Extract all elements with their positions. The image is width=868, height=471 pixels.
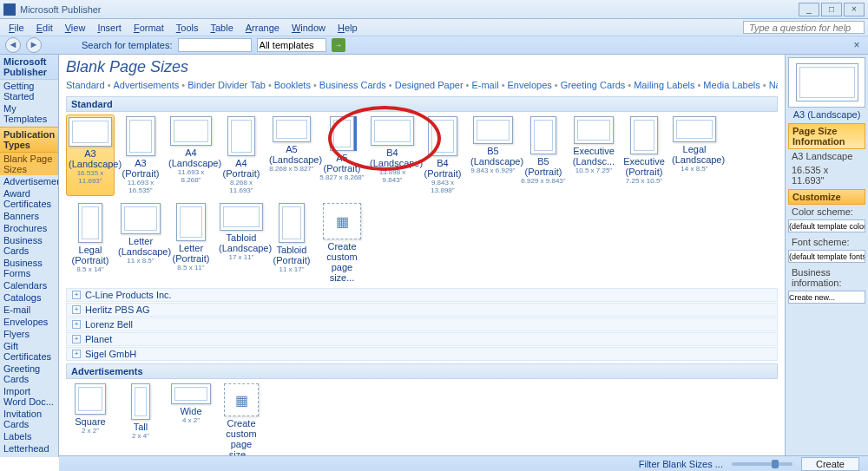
page-size-thumbnail[interactable]: Executive (Portrait)7.25 x 10.5" (620, 114, 668, 196)
breadcrumb-item[interactable]: Booklets (274, 80, 311, 90)
menu-tools[interactable]: Tools (171, 21, 204, 35)
nav-item[interactable]: Banners (0, 210, 58, 222)
thumbnail-label: B4 (Portrait) (420, 158, 465, 179)
nav-item[interactable]: My Templates (0, 102, 58, 125)
menu-file[interactable]: File (3, 21, 30, 35)
breadcrumb-item[interactable]: E-mail (471, 80, 498, 90)
page-size-thumbnail[interactable]: Tall2 x 4" (116, 382, 165, 457)
brand-collapsed-row[interactable]: +C-Line Products Inc. (66, 288, 778, 302)
page-size-thumbnail[interactable]: Letter (Landscape)11 x 8.5" (116, 201, 165, 285)
menu-edit[interactable]: Edit (31, 21, 58, 35)
breadcrumb-item[interactable]: Envelopes (507, 80, 551, 90)
nav-item[interactable]: Import Word Doc... (0, 385, 58, 408)
menu-insert[interactable]: Insert (92, 21, 127, 35)
page-size-thumbnail[interactable]: ▦Create custom page size... (217, 382, 266, 457)
nav-item[interactable]: Advertisements (0, 175, 58, 187)
expand-icon[interactable]: + (72, 335, 81, 343)
expand-icon[interactable]: + (72, 291, 81, 299)
nav-item[interactable]: Calendars (0, 279, 58, 291)
nav-item[interactable]: Flyers (0, 328, 58, 340)
page-size-thumbnail[interactable]: Legal (Landscape)14 x 8.5" (670, 114, 719, 196)
nav-item[interactable]: E-mail (0, 304, 58, 316)
page-size-thumbnail[interactable]: B4 (Landscape)13.898 x 9.843" (368, 114, 417, 196)
nav-item[interactable]: Business Forms (0, 257, 58, 279)
help-question-box[interactable] (743, 21, 865, 34)
page-size-thumbnail[interactable]: Tabloid (Landscape)17 x 11" (217, 201, 266, 285)
back-button[interactable]: ◄ (5, 37, 21, 53)
breadcrumb-item[interactable]: Binder Divider Tab (187, 80, 266, 90)
menu-table[interactable]: Table (205, 21, 238, 35)
zoom-slider[interactable] (732, 462, 792, 466)
breadcrumb-item[interactable]: Name Tags (769, 80, 778, 90)
forward-button[interactable]: ► (26, 37, 42, 53)
nav-item[interactable]: Envelopes (0, 316, 58, 328)
brand-collapsed-row[interactable]: +Planet (66, 332, 778, 346)
search-go-button[interactable]: → (332, 38, 345, 52)
nav-blank-page-sizes[interactable]: Blank Page Sizes (0, 153, 58, 175)
search-scope-dropdown[interactable] (257, 38, 326, 52)
menu-arrange[interactable]: Arrange (240, 21, 285, 35)
page-size-thumbnail[interactable]: ▦Create custom page size... (318, 201, 366, 285)
thumbnail-label: A4 (Portrait) (219, 158, 264, 179)
font-scheme-dropdown[interactable] (788, 250, 865, 263)
thumbnail-dimensions: 11 x 17" (269, 265, 314, 273)
expand-icon[interactable]: + (72, 305, 81, 314)
page-size-thumbnail[interactable]: A3 (Landscape)16.535 x 11.693" (66, 114, 115, 196)
nav-item[interactable]: Brochures (0, 222, 58, 234)
page-size-thumbnail[interactable]: A3 (Portrait)11.693 x 16.535" (116, 114, 165, 196)
brand-collapsed-row[interactable]: +Sigel GmbH (66, 347, 778, 361)
breadcrumb-item[interactable]: Designed Paper (395, 80, 464, 90)
breadcrumb-item[interactable]: Standard (66, 80, 105, 90)
page-size-thumbnail[interactable]: A4 (Landscape)11.693 x 8.268" (167, 114, 215, 196)
group-standard-header[interactable]: Standard (66, 96, 778, 112)
group-advertisements-header[interactable]: Advertisements (66, 363, 778, 379)
minimize-button[interactable]: _ (799, 3, 819, 16)
menu-format[interactable]: Format (128, 21, 169, 35)
nav-item[interactable]: Letterhead (0, 442, 58, 455)
page-size-thumbnail[interactable]: B4 (Portrait)9.843 x 13.898" (418, 114, 467, 196)
thumbnail-dimensions: 2 x 2" (68, 427, 113, 435)
nav-item[interactable]: Catalogs (0, 291, 58, 304)
business-info-dropdown[interactable] (788, 291, 865, 304)
menu-window[interactable]: Window (286, 21, 331, 35)
page-size-thumbnail[interactable]: Wide4 x 2" (167, 382, 215, 457)
breadcrumb-item[interactable]: Mailing Labels (634, 80, 694, 90)
page-size-thumbnail[interactable]: Letter (Portrait)8.5 x 11" (167, 201, 215, 285)
breadcrumb-item[interactable]: Greeting Cards (561, 80, 626, 90)
nav-item[interactable]: Award Certificates (0, 187, 58, 210)
page-size-thumbnail[interactable]: Square2 x 2" (66, 382, 115, 457)
panel-close-button[interactable]: × (851, 39, 863, 51)
expand-icon[interactable]: + (72, 350, 81, 358)
thumbnail-label: A5 (Portrait) (319, 153, 365, 173)
menu-view[interactable]: View (60, 21, 91, 35)
brand-collapsed-row[interactable]: +Lorenz Bell (66, 317, 778, 331)
breadcrumb-item[interactable]: Media Labels (703, 80, 760, 90)
page-size-thumbnail[interactable]: Tabloid (Portrait)11 x 17" (267, 201, 316, 285)
nav-item[interactable]: Menus (0, 455, 58, 457)
breadcrumb-item[interactable]: Advertisements (114, 80, 180, 90)
nav-item[interactable]: Getting Started (0, 80, 58, 102)
nav-item[interactable]: Invitation Cards (0, 408, 58, 430)
page-size-thumbnail[interactable]: A4 (Portrait)8.268 x 11.693" (217, 114, 266, 196)
page-size-thumbnail[interactable]: Legal (Portrait)8.5 x 14" (66, 201, 115, 285)
search-input[interactable] (178, 38, 252, 52)
menu-help[interactable]: Help (332, 21, 363, 35)
close-button[interactable]: × (844, 3, 865, 16)
color-scheme-dropdown[interactable] (788, 219, 865, 232)
nav-item[interactable]: Business Cards (0, 234, 58, 257)
page-size-thumbnail[interactable]: A5 (Landscape)8.268 x 5.827" (267, 114, 316, 196)
nav-item[interactable]: Gift Certificates (0, 340, 58, 363)
page-size-thumbnail[interactable]: B5 (Landscape)9.843 x 6.929" (469, 114, 517, 196)
breadcrumb-item[interactable]: Business Cards (319, 80, 386, 90)
nav-item[interactable]: Labels (0, 430, 58, 442)
page-size-thumbnail[interactable]: B5 (Portrait)6.929 x 9.843" (519, 114, 568, 196)
nav-item[interactable]: Greeting Cards (0, 363, 58, 385)
page-size-thumbnail[interactable]: Executive (Landsc...10.5 x 7.25" (569, 114, 618, 196)
filter-link[interactable]: Filter Blank Sizes ... (639, 459, 723, 469)
maximize-button[interactable]: □ (821, 3, 842, 16)
brand-collapsed-row[interactable]: +Herlitz PBS AG (66, 303, 778, 317)
create-button[interactable]: Create (801, 457, 859, 471)
zoom-slider-knob[interactable] (772, 460, 779, 468)
expand-icon[interactable]: + (72, 320, 81, 329)
page-size-thumbnail[interactable]: A5 (Portrait)5.827 x 8.268" (318, 114, 366, 196)
